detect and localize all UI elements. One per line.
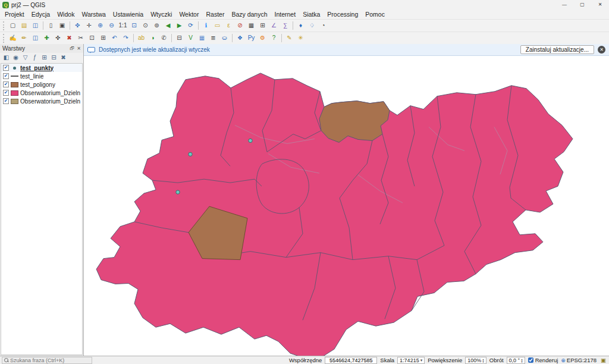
layer-item-Obserwatorium_Dzielnice:Granice[interactable]: ✔Obserwatorium_Dzielnice:Granice [1,97,82,105]
magnifier-combo[interactable]: 100% ▴▾ [465,357,486,364]
pan-to-selection-icon[interactable]: ✛ [83,20,95,31]
zoom-native-icon[interactable]: 1:1 [117,20,128,31]
delete-selected-icon[interactable]: ✖ [64,33,75,43]
layer-item-test_punkty[interactable]: ✔test_punkty [1,64,82,72]
menu-warstwa[interactable]: Warstwa [78,10,109,19]
help-contents-icon[interactable]: ? [268,33,280,43]
filter-legend-icon[interactable]: ▽ [21,54,30,62]
toggle-editing-icon[interactable]: ✏ [18,33,30,43]
data-source-manager-icon[interactable]: ⊟ [174,33,185,43]
panel-close-icon[interactable]: ✕ [77,46,81,51]
plugins-manager-icon[interactable]: ❖ [234,33,246,43]
measure-line-icon[interactable]: ∠ [268,20,280,31]
add-vector-layer-icon[interactable]: V [185,33,196,43]
menu-siatka[interactable]: Siatka [299,10,324,19]
decorations-icon[interactable]: ✳ [295,33,306,43]
pan-map-icon[interactable]: ✜ [72,20,83,31]
processing-toolbox-icon[interactable]: ⚙ [257,33,268,43]
toolbar-handle[interactable] [3,21,6,30]
menu-ustawienia[interactable]: Ustawienia [109,10,147,19]
zoom-to-layer-icon[interactable]: ⊚ [151,20,162,31]
menu-projekt[interactable]: Projekt [1,10,28,19]
locator-input[interactable] [10,357,85,363]
minimize-button[interactable]: — [555,0,573,10]
copy-features-icon[interactable]: ⊡ [86,33,98,43]
layer-visibility-checkbox[interactable]: ✔ [3,65,9,71]
menu-raster[interactable]: Raster [202,10,228,19]
add-raster-layer-icon[interactable]: ▦ [196,33,208,43]
zoom-in-icon[interactable]: ⊕ [95,20,106,31]
menu-internet[interactable]: Internet [271,10,300,19]
menu-widok[interactable]: Widok [54,10,78,19]
open-attribute-table-icon[interactable]: ▦ [246,20,257,31]
render-toggle[interactable]: Renderuj [528,357,558,363]
layer-visibility-checkbox[interactable]: ✔ [3,81,9,87]
add-postgis-layer-icon[interactable]: ⛀ [219,33,230,43]
menu-processing[interactable]: Processing [324,10,362,19]
open-project-icon[interactable]: ▤ [18,20,30,31]
collapse-all-icon[interactable]: ⊟ [49,54,58,62]
remove-layer-icon[interactable]: ✖ [59,54,68,62]
map-tips-icon[interactable]: ✆ [158,33,169,43]
layer-item-test_poligony[interactable]: ✔test_poligony [1,80,82,89]
menu-edycja[interactable]: Edycja [28,10,54,19]
rotation-spinbox[interactable]: 0,0 ° ▴▾ [507,357,525,364]
add-feature-icon[interactable]: ✚ [41,33,52,43]
zoom-next-icon[interactable]: ▶ [174,20,185,31]
save-project-icon[interactable]: ◫ [30,20,41,31]
refresh-map-icon[interactable]: ⟳ [185,20,196,31]
selected-district-polygon[interactable] [319,101,390,143]
select-features-icon[interactable]: ▭ [212,20,223,31]
panel-dock-icon[interactable]: 🗗 [70,46,74,51]
cut-features-icon[interactable]: ✂ [75,33,86,43]
paste-features-icon[interactable]: ⊞ [98,33,109,43]
messages-icon[interactable]: ▣ [599,357,607,363]
zoom-out-icon[interactable]: ⊖ [106,20,117,31]
notification-close-icon[interactable]: ✕ [598,46,605,54]
toolbar-handle[interactable] [3,34,6,43]
annotation-tool-icon[interactable]: ✎ [284,33,295,43]
map-canvas[interactable] [84,56,609,356]
deselect-features-icon[interactable]: ⊘ [234,20,246,31]
filter-by-expression-icon[interactable]: ƒ [30,54,39,62]
redo-edit-icon[interactable]: ↷ [120,33,131,43]
new-print-layout-icon[interactable]: ▯ [45,20,56,31]
zoom-to-selection-icon[interactable]: ⊙ [140,20,151,31]
layer-visibility-checkbox[interactable]: ✔ [3,98,9,104]
add-delimited-text-layer-icon[interactable]: ≣ [208,33,219,43]
crs-indicator[interactable]: ⊕ EPSG:2178 [561,357,597,363]
zoom-full-icon[interactable]: ⊡ [128,20,140,31]
layer-diagrams-icon[interactable]: ◑ [147,33,158,43]
menu-bazy-danych[interactable]: Bazy danych [228,10,271,19]
undo-edit-icon[interactable]: ↶ [109,33,120,43]
scale-combo[interactable]: 1:74215 ▾ [397,357,425,364]
layer-visibility-checkbox[interactable]: ✔ [3,73,9,79]
new-project-icon[interactable]: ▢ [7,20,18,31]
layout-manager-icon[interactable]: ▣ [56,20,68,31]
new-spatial-bookmark-icon[interactable]: ♦ [295,20,306,31]
menu-pomoc[interactable]: Pomoc [362,10,388,19]
maximize-button[interactable]: ▢ [573,0,591,10]
statistical-summary-icon[interactable]: ∑ [280,20,291,31]
python-console-icon[interactable]: Py [246,33,257,43]
layer-visibility-checkbox[interactable]: ✔ [3,90,9,96]
field-calculator-icon[interactable]: ⊞ [257,20,268,31]
zoom-last-icon[interactable]: ◀ [162,20,174,31]
layer-labeling-icon[interactable]: ab [136,33,147,43]
select-by-expression-icon[interactable]: ε [223,20,234,31]
current-edits-icon[interactable]: ✍ [7,33,18,43]
expand-all-icon[interactable]: ⊞ [40,54,49,62]
coords-input[interactable] [325,357,377,364]
identify-features-icon[interactable]: ℹ [200,20,212,31]
open-layer-styling-icon[interactable]: ◧ [2,54,11,62]
close-button[interactable]: ✕ [591,0,609,10]
layer-item-Obserwatorium_Dzielnice:Dzielnice[interactable]: ✔Obserwatorium_Dzielnice:Dzielnice [1,89,82,97]
layer-item-test_linie[interactable]: ✔test_linie [1,72,82,80]
vertex-tool-icon[interactable]: ✜ [52,33,64,43]
manage-map-themes-icon[interactable]: ◉ [11,54,20,62]
save-layer-edits-icon[interactable]: ◫ [30,33,41,43]
temporal-controller-icon[interactable]: ◔ [318,20,329,31]
show-spatial-bookmarks-icon[interactable]: ♢ [306,20,318,31]
menu-wektor[interactable]: Wektor [175,10,202,19]
install-updates-button[interactable]: Zainstaluj aktualizacje... [520,45,594,54]
